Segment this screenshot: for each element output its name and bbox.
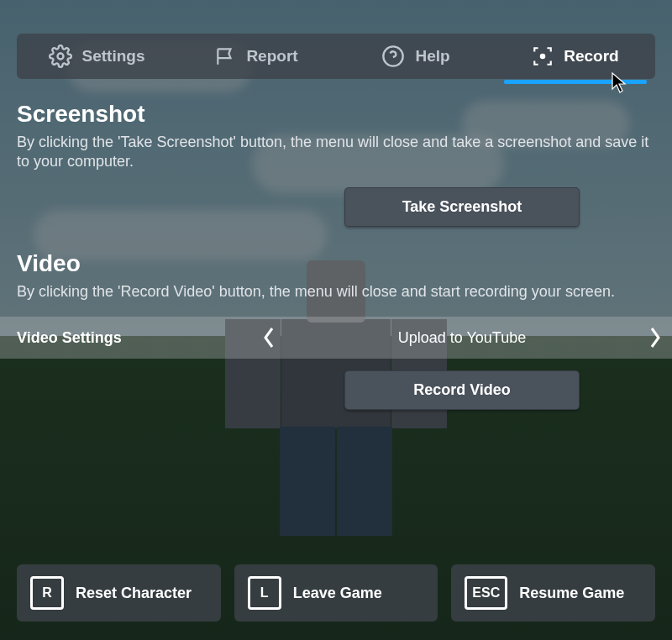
tab-record[interactable]: Record <box>496 34 655 79</box>
record-icon <box>532 45 554 67</box>
bottom-bar: R Reset Character L Leave Game ESC Resum… <box>17 564 655 622</box>
screenshot-desc: By clicking the 'Take Screenshot' button… <box>17 133 655 172</box>
key-badge: ESC <box>465 576 507 610</box>
chevron-left-icon <box>262 327 276 349</box>
key-badge: R <box>30 576 64 610</box>
tab-label: Help <box>415 47 449 66</box>
take-screenshot-button[interactable]: Take Screenshot <box>344 187 580 227</box>
video-settings-label: Video Settings <box>0 329 252 347</box>
video-settings-selector: Video Settings Upload to YouTube <box>0 317 672 359</box>
key-badge: L <box>248 576 281 610</box>
help-icon <box>381 45 405 68</box>
resume-game-button[interactable]: ESC Resume Game <box>451 564 655 622</box>
tab-bar: Settings Report Help Record <box>17 34 655 79</box>
reset-character-button[interactable]: R Reset Character <box>17 564 221 622</box>
flag-icon <box>214 45 236 67</box>
leave-game-button[interactable]: L Leave Game <box>234 564 438 622</box>
tab-report[interactable]: Report <box>176 34 336 79</box>
tab-settings[interactable]: Settings <box>17 34 176 79</box>
tab-label: Settings <box>82 47 145 66</box>
button-label: Leave Game <box>293 585 382 602</box>
video-desc: By clicking the 'Record Video' button, t… <box>17 282 655 302</box>
video-settings-value: Upload to YouTube <box>286 329 638 347</box>
record-video-button[interactable]: Record Video <box>344 370 580 410</box>
selector-next-button[interactable] <box>638 327 672 349</box>
video-title: Video <box>17 250 655 277</box>
svg-point-3 <box>540 54 546 60</box>
svg-point-0 <box>57 54 63 60</box>
selector-prev-button[interactable] <box>252 327 286 349</box>
button-label: Reset Character <box>76 585 192 602</box>
screenshot-title: Screenshot <box>17 101 655 128</box>
tab-label: Report <box>246 47 297 66</box>
tab-help[interactable]: Help <box>336 34 496 79</box>
tab-label: Record <box>564 47 618 66</box>
gear-icon <box>49 45 72 68</box>
button-label: Resume Game <box>519 585 624 602</box>
chevron-right-icon <box>648 327 662 349</box>
